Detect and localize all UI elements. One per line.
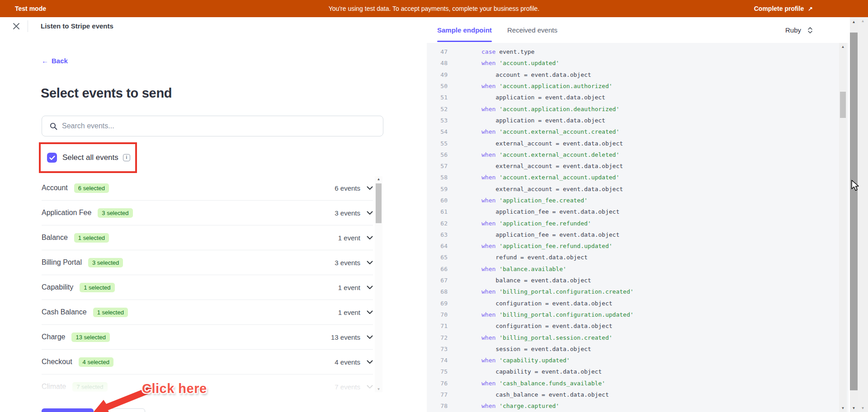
select-all-checkbox[interactable] [47,153,57,163]
selected-count-badge: 1 selected [93,308,128,317]
line-number: 47 [427,48,448,55]
event-row-charge[interactable]: Charge13 selected13 events [42,325,373,350]
chevron-down-icon[interactable] [367,211,373,215]
code-line-69: 69 configuration = event.data.object [427,298,849,309]
event-row-application-fee[interactable]: Application Fee3 selected3 events [42,201,373,225]
event-row-cash-balance[interactable]: Cash Balance1 selected1 event [42,300,373,325]
line-number: 65 [427,254,448,261]
code-text: when 'application_fee.refunded' [481,220,591,227]
add-events-button[interactable]: Add events [42,408,94,412]
scrollbar-thumb[interactable] [840,92,846,118]
complete-profile-link[interactable]: Complete profile ↗ [754,5,813,12]
tab-sample-endpoint[interactable]: Sample endpoint [437,17,492,43]
language-selector[interactable]: Ruby [785,17,813,43]
browser-scrollbar[interactable]: ▲ ▼ [858,17,868,412]
scroll-down-arrow-icon[interactable]: ▼ [839,406,847,410]
select-events-drawer: Listen to Stripe events ←Back Select eve… [0,17,427,412]
code-text: when 'capability.updated' [481,357,570,364]
event-row-capability[interactable]: Capability1 selected1 event [42,275,373,300]
line-number: 57 [427,163,448,169]
line-number: 67 [427,277,448,284]
event-list-scrollbar[interactable]: ▲ ▼ [375,176,382,392]
event-row-balance[interactable]: Balance1 selected1 event [42,225,373,250]
event-count: 13 events [331,333,360,341]
info-icon[interactable]: i [123,154,130,161]
scrollbar-thumb[interactable] [376,183,382,223]
event-count: 1 event [338,309,360,316]
category-name: Capability [42,283,73,291]
selected-count-badge: 6 selected [74,183,109,193]
line-number: 50 [427,83,448,89]
code-text: when 'account.external_account.created' [481,128,619,135]
scroll-down-arrow-icon[interactable]: ▼ [858,406,868,410]
scroll-up-arrow-icon[interactable]: ▲ [858,19,868,23]
event-row-billing-portal[interactable]: Billing Portal3 selected3 events [42,250,373,275]
line-number: 78 [427,403,448,409]
code-line-57: 57 external_account = event.data.object [427,160,849,172]
code-text: when 'balance.available' [481,266,566,272]
chevron-down-icon[interactable] [367,360,373,364]
line-number: 75 [427,368,448,375]
code-line-50: 50when 'account.application.authorized' [427,80,849,92]
click-here-annotation: Click here [142,381,207,396]
code-line-71: 71 configuration = event.data.object [427,320,849,332]
line-number: 51 [427,94,448,101]
code-text: application = event.data.object [481,94,605,101]
code-text: when 'billing_portal.configuration.updat… [481,311,634,318]
search-input[interactable] [62,122,383,130]
complete-profile-label: Complete profile [754,5,804,12]
category-name: Balance [42,234,68,242]
code-viewer[interactable]: 47case event.type48when 'account.updated… [427,43,849,412]
scroll-up-arrow-icon[interactable]: ▲ [375,177,382,181]
line-number: 66 [427,266,448,272]
line-number: 62 [427,220,448,227]
code-line-53: 53 application = event.data.object [427,115,849,126]
chevron-updown-icon [807,27,813,34]
scroll-up-arrow-icon[interactable]: ▲ [850,20,858,24]
chevron-down-icon[interactable] [367,286,373,290]
tab-received-events-label: Received events [507,26,557,34]
event-count: 7 events [335,383,360,391]
code-scrollbar[interactable]: ▲ ▼ [839,43,847,412]
line-number: 72 [427,334,448,341]
scroll-up-arrow-icon[interactable]: ▲ [839,45,847,49]
scrollbar-thumb[interactable] [850,33,858,390]
chevron-down-icon[interactable] [367,335,373,339]
chevron-down-icon[interactable] [367,236,373,240]
line-number: 74 [427,357,448,364]
line-number: 54 [427,128,448,135]
select-all-checkbox-row[interactable]: Select all events i [47,153,130,163]
code-line-49: 49 account = event.data.object [427,69,849,80]
scroll-down-arrow-icon[interactable]: ▼ [850,406,858,410]
event-row-checkout[interactable]: Checkout4 selected4 events [42,350,373,375]
event-row-account[interactable]: Account6 selected6 events [42,176,373,201]
line-number: 48 [427,60,448,66]
code-line-62: 62when 'application_fee.refunded' [427,217,849,229]
category-name: Checkout [42,358,72,366]
scroll-down-arrow-icon[interactable]: ▼ [375,387,382,391]
page-scrollbar[interactable]: ▲ ▼ [850,17,858,412]
selected-count-badge: 3 selected [88,258,123,267]
code-text: configuration = event.data.object [481,300,613,307]
chevron-down-icon[interactable] [367,261,373,265]
close-icon [11,21,22,32]
line-number: 52 [427,106,448,112]
category-name: Charge [42,333,65,341]
header-divider [28,20,28,32]
chevron-down-icon[interactable] [367,310,373,314]
category-name: Billing Portal [42,258,82,267]
chevron-down-icon[interactable] [367,385,373,389]
code-text: external_account = event.data.object [481,140,623,147]
tab-received-events[interactable]: Received events [507,17,557,43]
chevron-down-icon[interactable] [367,186,373,190]
back-link[interactable]: ←Back [42,57,68,65]
selected-count-badge: 1 selected [74,233,109,243]
code-text: when 'application_fee.refund.updated' [481,243,613,249]
code-line-77: 77 cash_balance = event.data.object [427,389,849,400]
line-number: 70 [427,311,448,318]
code-line-56: 56when 'account.external_account.deleted… [427,149,849,160]
line-number: 76 [427,380,448,387]
category-name: Cash Balance [42,308,87,316]
close-button[interactable] [11,21,22,32]
search-box[interactable] [42,116,383,136]
